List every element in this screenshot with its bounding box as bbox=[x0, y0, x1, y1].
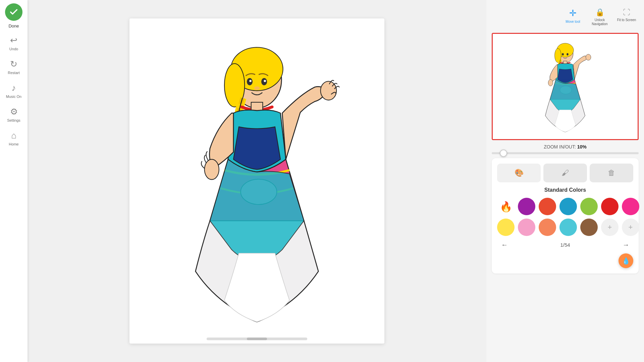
sidebar-item-undo[interactable]: ↩ Undo bbox=[2, 32, 25, 54]
fit-screen-icon: ⛶ bbox=[623, 8, 630, 17]
top-toolbar: ✛ Move tool 🔒 Unlock Navigation ⛶ Fit to… bbox=[492, 5, 639, 29]
color-swatch-add2[interactable]: + bbox=[622, 219, 639, 236]
svg-point-6 bbox=[249, 80, 251, 82]
done-label: Done bbox=[8, 23, 19, 28]
sidebar-item-home[interactable]: ⌂ Home bbox=[2, 127, 25, 149]
svg-point-17 bbox=[562, 53, 564, 56]
color-swatch-purple[interactable] bbox=[518, 198, 535, 215]
color-swatch-brown[interactable] bbox=[580, 219, 598, 236]
canvas-scrollbar-thumb bbox=[247, 338, 267, 340]
color-swatch-yellow[interactable] bbox=[497, 219, 515, 236]
eyedropper-icon: 💧 bbox=[622, 257, 630, 265]
done-button[interactable] bbox=[5, 3, 22, 21]
preview-illustration bbox=[493, 34, 638, 139]
preview-box bbox=[492, 33, 639, 140]
move-tool-button[interactable]: ✛ Move tool bbox=[561, 5, 585, 26]
svg-point-8 bbox=[254, 86, 260, 90]
zoom-area: ZOOM IN/OUT: 10% bbox=[492, 144, 639, 154]
sidebar: Done ↩ Undo ↻ Restart ♪ Music On ⚙ Setti… bbox=[0, 0, 28, 362]
undo-icon: ↩ bbox=[10, 35, 17, 46]
zoom-label: ZOOM IN/OUT: 10% bbox=[544, 144, 587, 149]
gradient-tab[interactable]: 🖌 bbox=[543, 164, 587, 182]
home-label: Home bbox=[9, 142, 18, 146]
fit-screen-button[interactable]: ⛶ Fit to Screen bbox=[614, 5, 639, 25]
color-swatches-row1: 🔥 bbox=[497, 198, 633, 215]
color-swatch-blue[interactable] bbox=[559, 198, 577, 215]
color-swatch-green[interactable] bbox=[580, 198, 598, 215]
color-tabs: 🎨 🖌 🗑 bbox=[497, 164, 633, 182]
color-swatch-orange-red[interactable] bbox=[539, 198, 556, 215]
music-icon: ♪ bbox=[12, 83, 16, 93]
pagination-next-button[interactable]: → bbox=[620, 239, 632, 251]
sidebar-item-restart[interactable]: ↻ Restart bbox=[2, 56, 25, 78]
zoom-value: 10% bbox=[577, 144, 587, 149]
eraser-icon: 🗑 bbox=[608, 169, 615, 177]
princess-illustration bbox=[129, 18, 384, 344]
settings-icon: ⚙ bbox=[10, 107, 18, 117]
standard-colors-title: Standard Colors bbox=[497, 187, 633, 193]
home-icon: ⌂ bbox=[11, 130, 16, 141]
eraser-tab[interactable]: 🗑 bbox=[590, 164, 633, 182]
right-panel: ✛ Move tool 🔒 Unlock Navigation ⛶ Fit to… bbox=[486, 0, 644, 362]
unlock-nav-button[interactable]: 🔒 Unlock Navigation bbox=[588, 5, 612, 29]
color-pagination: ← 1/54 → bbox=[497, 236, 633, 251]
svg-point-7 bbox=[264, 80, 266, 82]
color-swatch-sky-blue[interactable] bbox=[559, 219, 577, 236]
color-wheel-tab[interactable]: 🎨 bbox=[497, 164, 541, 182]
undo-label: Undo bbox=[9, 47, 18, 51]
sidebar-item-music[interactable]: ♪ Music On bbox=[2, 79, 25, 102]
color-swatches-row2: + + bbox=[497, 219, 633, 236]
sidebar-item-settings[interactable]: ⚙ Settings bbox=[2, 103, 25, 126]
color-swatch-fire[interactable]: 🔥 bbox=[497, 198, 515, 215]
eyedropper-button[interactable]: 💧 bbox=[619, 253, 633, 268]
color-swatch-add1[interactable]: + bbox=[601, 219, 619, 236]
canvas-scrollbar[interactable] bbox=[207, 338, 307, 340]
preview-inner bbox=[493, 34, 638, 139]
color-swatch-salmon[interactable] bbox=[539, 219, 556, 236]
gradient-icon: 🖌 bbox=[561, 169, 569, 177]
main-canvas-area bbox=[28, 0, 486, 362]
zoom-thumb bbox=[500, 149, 507, 157]
canvas-wrapper[interactable] bbox=[129, 18, 384, 344]
color-swatch-red[interactable] bbox=[601, 198, 619, 215]
svg-point-22 bbox=[586, 54, 591, 60]
pagination-prev-button[interactable]: ← bbox=[498, 239, 511, 251]
color-wheel-icon: 🎨 bbox=[515, 169, 524, 177]
svg-point-11 bbox=[205, 159, 219, 179]
music-label: Music On bbox=[6, 95, 21, 99]
restart-label: Restart bbox=[8, 71, 19, 75]
move-tool-icon: ✛ bbox=[569, 8, 577, 18]
zoom-slider[interactable] bbox=[492, 152, 639, 154]
pagination-info: 1/54 bbox=[560, 242, 570, 248]
lock-icon: 🔒 bbox=[595, 8, 604, 17]
color-swatch-pink[interactable] bbox=[518, 219, 535, 236]
color-swatch-hot-pink[interactable] bbox=[622, 198, 639, 215]
settings-label: Settings bbox=[7, 118, 20, 122]
restart-icon: ↻ bbox=[10, 59, 17, 69]
color-section: 🎨 🖌 🗑 Standard Colors 🔥 bbox=[492, 158, 639, 274]
svg-point-18 bbox=[567, 53, 569, 56]
svg-point-21 bbox=[548, 79, 553, 86]
